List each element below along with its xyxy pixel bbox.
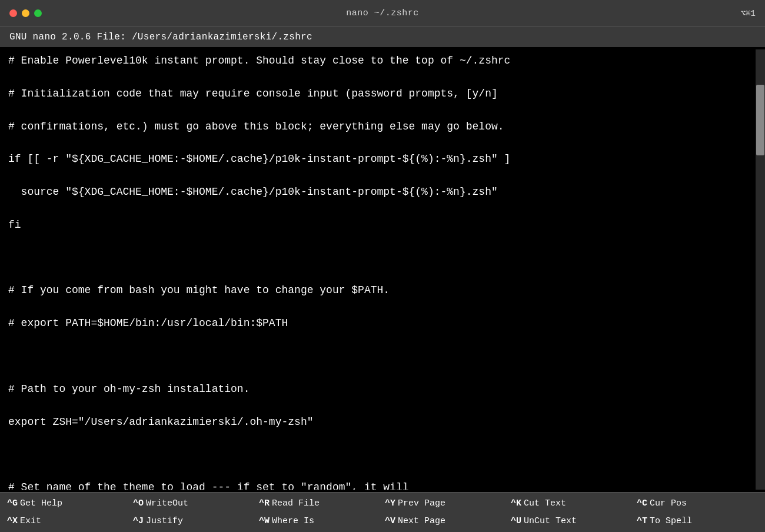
shortcut-item: ^X Exit	[5, 513, 131, 530]
editor-line: # Path to your oh-my-zsh installation.	[8, 381, 747, 398]
shortcut-item: ^Y Prev Page	[382, 495, 508, 513]
editor-line	[8, 447, 747, 463]
scrollbar-thumb[interactable]	[756, 85, 764, 155]
shortcut-label: Read File	[272, 498, 320, 508]
shortcut-key: ^Y	[385, 498, 395, 508]
shortcut-item: ^R Read File	[257, 495, 382, 513]
close-button[interactable]	[9, 9, 17, 17]
shortcut-item: ^U UnCut Text	[508, 513, 634, 530]
editor-area[interactable]: # Enable Powerlevel10k instant prompt. S…	[0, 47, 765, 492]
maximize-button[interactable]	[34, 9, 42, 17]
shortcut-key: ^O	[133, 498, 144, 508]
shortcut-item: ^W Where Is	[257, 513, 382, 530]
editor-line: if [[ -r "${XDG_CACHE_HOME:-$HOME/.cache…	[8, 151, 747, 168]
shortcut-label: Where Is	[272, 516, 314, 526]
shortcut-key: ^X	[7, 516, 18, 526]
editor-line: # Enable Powerlevel10k instant prompt. S…	[8, 53, 747, 69]
shortcut-label: Get Help	[20, 498, 62, 508]
editor-line: source "${XDG_CACHE_HOME:-$HOME/.cache}/…	[8, 184, 747, 201]
shortcut-item: ^K Cut Text	[508, 495, 634, 513]
shortcut-label: Cur Pos	[650, 498, 687, 508]
window-controls	[9, 9, 42, 17]
shortcut-label: To Spell	[650, 516, 692, 526]
header-bar: GNU nano 2.0.6 File: /Users/adriankazimi…	[0, 26, 765, 47]
editor-line: # confirmations, etc.) must go above thi…	[8, 119, 747, 135]
editor-line: # If you come from bash you might have t…	[8, 282, 747, 299]
shortcut-key: ^T	[637, 516, 647, 526]
shortcut-label: Cut Text	[524, 498, 566, 508]
bottom-bar: ^G Get Help^O WriteOut^R Read File^Y Pre…	[0, 492, 765, 532]
header-text: GNU nano 2.0.6 File: /Users/adriankazimi…	[9, 32, 312, 42]
editor-line: fi	[8, 217, 747, 234]
editor-line: # Set name of the theme to load --- if s…	[8, 480, 747, 490]
minimize-button[interactable]	[22, 9, 29, 17]
editor-line	[8, 250, 747, 267]
shortcut-item: ^T To Spell	[634, 513, 760, 530]
shortcut-label: Exit	[20, 516, 41, 526]
scrollbar[interactable]	[756, 49, 765, 490]
shortcut-key: ^J	[133, 516, 144, 526]
keyboard-shortcut: ⌥⌘1	[741, 8, 756, 18]
shortcut-label: Justify	[146, 516, 183, 526]
shortcut-item: ^C Cur Pos	[634, 495, 760, 513]
shortcut-label: WriteOut	[146, 498, 188, 508]
shortcut-key: ^W	[259, 516, 270, 526]
shortcut-key: ^C	[637, 498, 647, 508]
editor-line: # export PATH=$HOME/bin:/usr/local/bin:$…	[8, 315, 747, 332]
title-bar: nano ~/.zshrc ⌥⌘1	[0, 0, 765, 26]
editor-line: # Initialization code that may require c…	[8, 86, 747, 102]
shortcut-key: ^V	[385, 516, 395, 526]
window-title: nano ~/.zshrc	[346, 8, 419, 18]
shortcut-label: Next Page	[398, 516, 445, 526]
shortcut-item: ^G Get Help	[5, 495, 131, 513]
editor-content[interactable]: # Enable Powerlevel10k instant prompt. S…	[0, 49, 756, 490]
shortcut-label: UnCut Text	[524, 516, 577, 526]
shortcut-key: ^R	[259, 498, 270, 508]
shortcut-key: ^U	[511, 516, 521, 526]
shortcut-item: ^V Next Page	[382, 513, 508, 530]
shortcut-key: ^K	[511, 498, 521, 508]
shortcut-item: ^J Justify	[131, 513, 257, 530]
editor-line: export ZSH="/Users/adriankazimierski/.oh…	[8, 414, 747, 431]
shortcut-key: ^G	[7, 498, 18, 508]
shortcut-item: ^O WriteOut	[131, 495, 257, 513]
shortcut-label: Prev Page	[398, 498, 445, 508]
editor-line	[8, 348, 747, 365]
